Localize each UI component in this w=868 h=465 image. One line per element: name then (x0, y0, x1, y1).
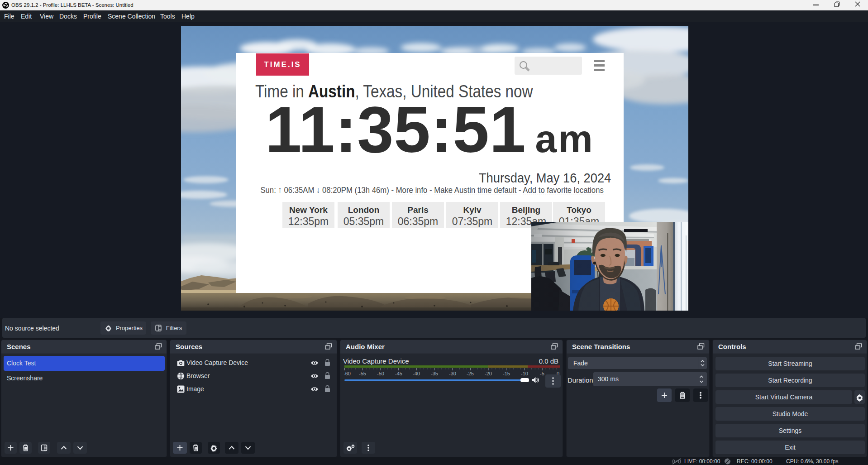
svg-text:-45: -45 (395, 371, 402, 376)
svg-text:-5: -5 (540, 371, 544, 376)
svg-text:-25: -25 (467, 371, 474, 376)
svg-text:-15: -15 (503, 371, 510, 376)
svg-text:-40: -40 (413, 371, 420, 376)
svg-text:-50: -50 (377, 371, 384, 376)
svg-text:-35: -35 (431, 371, 438, 376)
svg-text:-30: -30 (449, 371, 456, 376)
svg-text:-20: -20 (485, 371, 492, 376)
svg-text:-55: -55 (359, 371, 366, 376)
svg-text:-10: -10 (521, 371, 528, 376)
svg-text:-60: -60 (344, 371, 351, 376)
